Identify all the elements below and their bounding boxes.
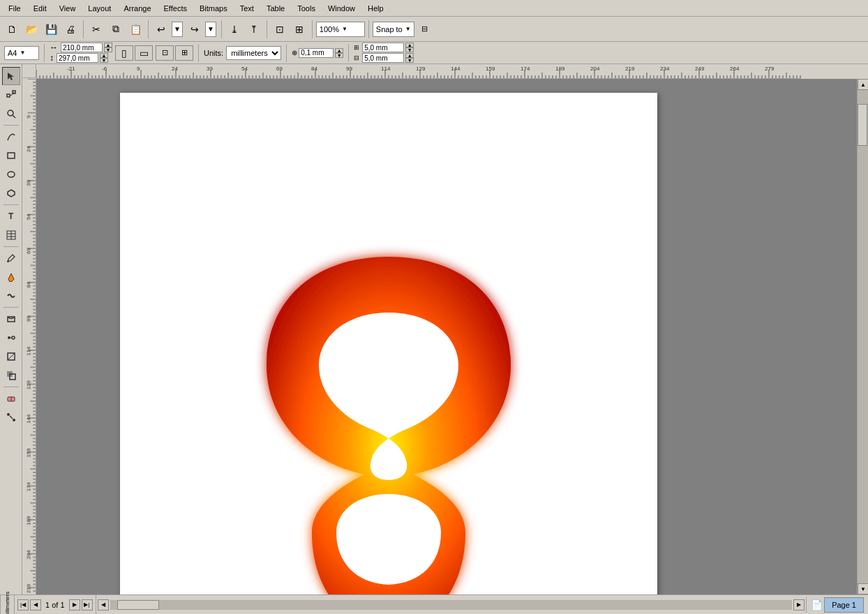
nudge-spinner[interactable]: ▲ ▼ — [335, 48, 343, 58]
menu-view[interactable]: View — [54, 3, 82, 14]
page-size-value: A4 — [8, 49, 17, 57]
scroll-track-h — [110, 600, 793, 610]
scroll-right-btn[interactable]: ▶ — [793, 599, 805, 611]
units-label: Units: — [204, 49, 223, 57]
drawing-canvas[interactable] — [36, 79, 857, 594]
transform-button[interactable]: ⊡ — [271, 20, 289, 38]
save-button[interactable]: 💾 — [42, 20, 60, 38]
grid-x-spinner[interactable]: ▲ ▼ — [405, 43, 414, 52]
menu-arrange[interactable]: Arrange — [118, 3, 156, 14]
redo-button[interactable]: ↪ — [186, 20, 204, 38]
eyedropper-tool-btn[interactable] — [2, 249, 20, 267]
portrait-button[interactable]: ▯ — [115, 45, 133, 61]
menu-edit[interactable]: Edit — [28, 3, 52, 14]
table-tool-btn[interactable] — [2, 226, 20, 244]
orient-btn2[interactable]: ⊞ — [175, 45, 193, 61]
page-size-selector[interactable]: A4 ▼ — [4, 46, 39, 60]
snap-dropdown[interactable]: Snap to ▼ — [373, 22, 414, 37]
shadow-tool-btn[interactable] — [2, 366, 20, 384]
freehand-tool-btn[interactable] — [2, 128, 20, 146]
polygon-tool-btn[interactable] — [2, 184, 20, 202]
last-page-btn[interactable]: ▶| — [82, 599, 93, 611]
prev-page-btn[interactable]: ◀ — [30, 599, 41, 611]
svg-rect-0 — [7, 94, 10, 97]
ruler-row — [22, 64, 868, 79]
nudge-input[interactable] — [299, 48, 334, 58]
select-tool-btn[interactable] — [2, 67, 20, 85]
sep2 — [148, 20, 149, 38]
menu-layout[interactable]: Layout — [82, 3, 117, 14]
scroll-left-btn[interactable]: ◀ — [98, 599, 109, 611]
zoom-dropdown[interactable]: 100% ▼ — [316, 22, 365, 37]
page-width-input[interactable] — [61, 43, 103, 52]
menu-text[interactable]: Text — [234, 3, 260, 14]
orientation-extra: ⊡ ⊞ — [156, 45, 193, 61]
ellipse-tool-btn[interactable] — [2, 165, 20, 184]
svg-point-23 — [7, 413, 10, 416]
figure8-shape[interactable] — [242, 222, 535, 594]
paste-button[interactable]: 📋 — [126, 20, 144, 38]
grid-y-spinner[interactable]: ▲ ▼ — [405, 53, 414, 63]
landscape-button[interactable]: ▭ — [135, 45, 153, 61]
print-button[interactable]: 🖨 — [61, 20, 80, 38]
undo-button[interactable]: ↩ — [152, 20, 170, 38]
menubar: File Edit View Layout Arrange Effects Bi… — [0, 0, 868, 17]
menu-effects[interactable]: Effects — [158, 3, 193, 14]
page-height-input[interactable] — [57, 53, 98, 63]
sep1 — [83, 20, 84, 38]
rectangle-tool-btn[interactable] — [2, 147, 20, 165]
eraser-tool-btn[interactable] — [2, 389, 20, 407]
menu-file[interactable]: File — [3, 3, 27, 14]
redo-dropdown[interactable]: ▼ — [205, 22, 216, 37]
svg-marker-6 — [8, 190, 15, 197]
orient-btn1[interactable]: ⊡ — [156, 45, 174, 61]
cut-button[interactable]: ✂ — [87, 20, 105, 38]
node-tool-btn[interactable] — [2, 86, 20, 104]
new-button[interactable]: 🗋 — [3, 20, 21, 38]
menu-help[interactable]: Help — [362, 3, 389, 14]
svg-text:T: T — [8, 211, 14, 221]
grid-x-input[interactable] — [362, 43, 404, 52]
snap-arrow: ▼ — [405, 26, 411, 32]
svg-point-5 — [8, 172, 15, 177]
vertical-scrollbar[interactable]: ▲ ▼ — [857, 79, 868, 594]
sep-t2-4 — [348, 44, 349, 62]
menu-tools[interactable]: Tools — [292, 3, 321, 14]
undo-dropdown[interactable]: ▼ — [172, 22, 183, 37]
units-select[interactable]: millimeters inches pixels — [226, 46, 281, 60]
scroll-down-btn[interactable]: ▼ — [858, 583, 868, 594]
import-button[interactable]: ⤓ — [225, 20, 244, 38]
export-button[interactable]: ⤒ — [245, 20, 263, 38]
first-page-btn[interactable]: |◀ — [17, 599, 29, 611]
snap-options-button[interactable]: ⊟ — [416, 20, 434, 38]
add-page-icon[interactable]: 📄 — [811, 599, 823, 611]
menu-bitmaps[interactable]: Bitmaps — [194, 3, 233, 14]
text-tool-btn[interactable]: T — [2, 207, 20, 225]
smear-tool-btn[interactable] — [2, 287, 20, 305]
sep3 — [221, 20, 222, 38]
horizontal-scrollbar[interactable]: ◀ ▶ — [96, 595, 807, 615]
scroll-thumb-h[interactable] — [117, 600, 159, 610]
svg-point-2 — [8, 110, 13, 116]
page-tab-1[interactable]: Page 1 — [824, 597, 864, 613]
height-spinner[interactable]: ▲ ▼ — [100, 53, 108, 63]
copy-button[interactable]: ⧉ — [107, 20, 125, 38]
fill-tool-btn[interactable] — [2, 268, 20, 286]
toolbox: T — [0, 64, 22, 594]
width-spinner[interactable]: ▲ ▼ — [104, 43, 112, 52]
open-button[interactable]: 📂 — [22, 20, 40, 38]
blend-tool-btn[interactable] — [2, 329, 20, 347]
transparency-tool-btn[interactable] — [2, 347, 20, 366]
width-icon: ↔ — [50, 43, 58, 52]
scroll-thumb-v[interactable] — [858, 104, 867, 146]
transform2-button[interactable]: ⊞ — [290, 20, 308, 38]
next-page-btn[interactable]: ▶ — [69, 599, 80, 611]
zoom-tool-btn[interactable] — [2, 105, 20, 123]
menu-table[interactable]: Table — [261, 3, 290, 14]
menu-window[interactable]: Window — [322, 3, 361, 14]
connector-tool-btn[interactable] — [2, 408, 20, 426]
page-canvas — [120, 93, 657, 594]
envelope-tool-btn[interactable] — [2, 310, 20, 328]
grid-y-input[interactable] — [362, 53, 404, 63]
scroll-up-btn[interactable]: ▲ — [858, 79, 868, 90]
